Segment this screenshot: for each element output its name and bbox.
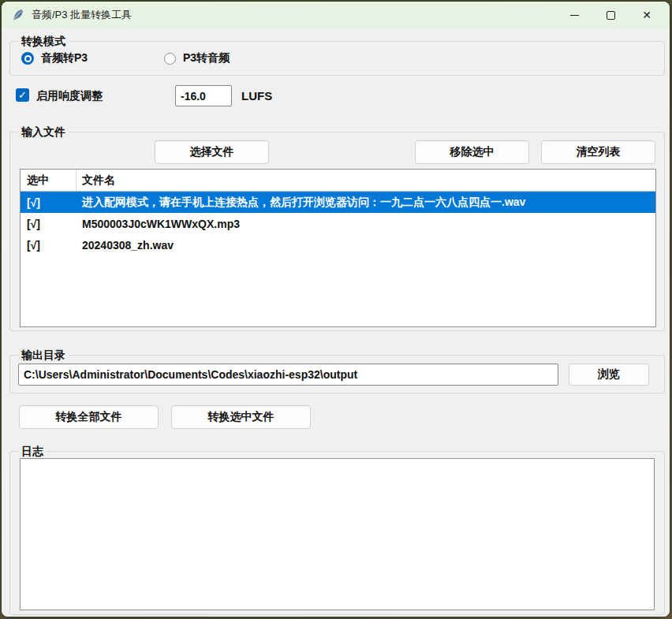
row-check-cell: [√]: [21, 196, 77, 209]
python-feather-icon[interactable]: [12, 9, 24, 21]
file-list-header: 选中 文件名: [21, 170, 655, 192]
output-dir-groupbox: 输出目录 浏览: [9, 355, 665, 393]
table-row[interactable]: [√] 20240308_zh.wav: [21, 234, 655, 255]
output-dir-input[interactable]: [18, 364, 558, 386]
clear-list-button[interactable]: 清空列表: [541, 140, 655, 164]
close-button[interactable]: ✕: [629, 2, 665, 28]
window-title: 音频/P3 批量转换工具: [32, 8, 132, 22]
maximize-icon: [607, 11, 615, 20]
table-row[interactable]: [√] M500003J0cWK1WWxQX.mp3: [21, 213, 655, 234]
minimize-button[interactable]: [556, 2, 592, 28]
maximize-button[interactable]: [592, 2, 629, 28]
file-list: 选中 文件名 [√] 进入配网模式，请在手机上连接热点，然后打开浏览器访问：一九…: [20, 169, 656, 327]
caption-buttons: ✕: [556, 2, 665, 28]
minimize-icon: [570, 15, 579, 16]
log-group-label: 日志: [18, 444, 47, 459]
input-files-groupbox: 输入文件 选择文件 移除选中 清空列表 选中 文件名 [√] 进入配网模式，请在…: [9, 132, 665, 331]
checkmark-icon: ✓: [18, 89, 27, 101]
radio-audio-to-p3[interactable]: 音频转P3: [21, 51, 88, 65]
radio-selected-icon: [21, 52, 34, 65]
loudness-checkbox[interactable]: ✓: [16, 88, 29, 102]
output-dir-group-label: 输出目录: [18, 348, 69, 363]
mode-groupbox: 转换模式 音频转P3 P3转音频: [9, 41, 665, 76]
row-check-cell: [√]: [21, 218, 77, 230]
log-textarea[interactable]: [20, 458, 655, 610]
client-area: 转换模式 音频转P3 P3转音频 ✓ 启用响度调整 LUFS 输入文件 选择文件…: [2, 28, 670, 617]
table-row[interactable]: [√] 进入配网模式，请在手机上连接热点，然后打开浏览器访问：一九二点一六八点四…: [21, 192, 655, 213]
radio-unselected-icon: [164, 53, 176, 65]
loudness-checkbox-label: 启用响度调整: [36, 89, 103, 103]
row-filename-cell: 进入配网模式，请在手机上连接热点，然后打开浏览器访问：一九二点一六八点四点一.w…: [77, 196, 655, 210]
close-icon: ✕: [642, 9, 651, 21]
radio-p3-to-audio-label: P3转音频: [183, 51, 230, 65]
titlebar[interactable]: 音频/P3 批量转换工具 ✕: [2, 2, 670, 28]
convert-selected-button[interactable]: 转换选中文件: [171, 405, 311, 429]
remove-selected-button[interactable]: 移除选中: [415, 140, 529, 164]
header-filename-column[interactable]: 文件名: [77, 170, 655, 191]
radio-audio-to-p3-label: 音频转P3: [41, 51, 88, 65]
lufs-unit-label: LUFS: [241, 89, 272, 103]
desktop: { "titlebar": { "title": "音频/P3 批量转换工具",…: [0, 0, 672, 619]
browse-button[interactable]: 浏览: [569, 364, 649, 386]
row-filename-cell: 20240308_zh.wav: [77, 239, 655, 252]
select-files-button[interactable]: 选择文件: [155, 140, 269, 164]
row-filename-cell: M500003J0cWK1WWxQX.mp3: [77, 218, 655, 230]
app-window: 音频/P3 批量转换工具 ✕ 转换模式 音频转P3 P3转音频 ✓ 启用响度调整: [2, 2, 670, 617]
input-files-group-label: 输入文件: [18, 125, 69, 140]
mode-group-label: 转换模式: [18, 34, 69, 49]
header-checked-column[interactable]: 选中: [21, 170, 77, 191]
row-check-cell: [√]: [21, 239, 77, 252]
convert-all-button[interactable]: 转换全部文件: [19, 405, 159, 429]
lufs-input[interactable]: [175, 85, 232, 106]
radio-p3-to-audio[interactable]: P3转音频: [164, 51, 230, 65]
log-groupbox: 日志: [9, 451, 665, 615]
